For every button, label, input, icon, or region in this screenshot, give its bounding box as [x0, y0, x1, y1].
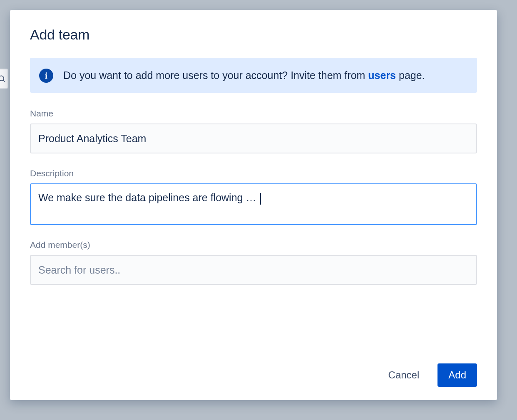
banner-text-after: page. — [396, 69, 425, 81]
description-field-group: Description We make sure the data pipeli… — [30, 168, 477, 225]
background-search-box — [0, 69, 8, 89]
modal-title: Add team — [30, 27, 477, 43]
description-label: Description — [30, 168, 477, 178]
users-link[interactable]: users — [368, 69, 396, 81]
info-icon: i — [39, 69, 53, 83]
description-value: We make sure the data pipelines are flow… — [38, 192, 256, 204]
members-field-group: Add member(s) — [30, 240, 477, 285]
cancel-button[interactable]: Cancel — [378, 363, 430, 387]
modal-button-row: Cancel Add — [30, 347, 477, 387]
description-input[interactable]: We make sure the data pipelines are flow… — [30, 183, 477, 225]
info-banner: i Do you want to add more users to your … — [30, 58, 477, 93]
name-field-group: Name — [30, 109, 477, 153]
banner-text-before: Do you want to add more users to your ac… — [63, 69, 368, 81]
add-team-modal: Add team i Do you want to add more users… — [10, 10, 497, 400]
members-label: Add member(s) — [30, 240, 477, 250]
name-input[interactable] — [30, 124, 477, 153]
add-button[interactable]: Add — [437, 363, 477, 387]
svg-line-1 — [3, 80, 5, 82]
info-banner-text: Do you want to add more users to your ac… — [63, 68, 425, 83]
members-search-input[interactable] — [30, 255, 477, 285]
text-caret — [260, 193, 261, 205]
search-icon — [0, 74, 6, 83]
name-label: Name — [30, 109, 477, 119]
